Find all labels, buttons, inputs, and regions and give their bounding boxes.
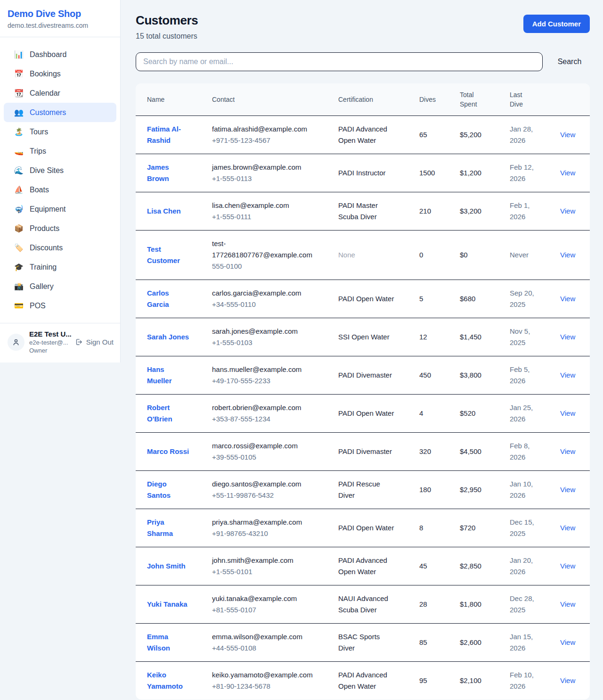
island-icon: 🏝️ <box>14 127 24 136</box>
view-customer-link[interactable]: View <box>560 638 575 646</box>
column-header-name: Name <box>136 83 204 116</box>
sidebar-item-dashboard[interactable]: 📊 Dashboard <box>4 45 116 64</box>
customer-name-link[interactable]: Marco Rossi <box>147 446 189 457</box>
view-customer-link[interactable]: View <box>560 600 575 608</box>
sidebar-item-pos[interactable]: 💳 POS <box>4 296 116 315</box>
sidebar-item-training[interactable]: 🎓 Training <box>4 257 116 277</box>
view-customer-link[interactable]: View <box>560 295 575 303</box>
customer-certification: PADI Open Water <box>338 522 394 534</box>
sign-out-label: Sign Out <box>86 338 114 346</box>
table-row: Lisa Chen lisa.chen@example.com +1-555-0… <box>136 192 590 231</box>
customer-last-dive: Nov 5, 2025 <box>510 326 540 348</box>
customer-dives: 95 <box>412 662 452 700</box>
avatar <box>8 334 24 351</box>
user-icon <box>12 338 20 346</box>
view-customer-link[interactable]: View <box>560 371 575 379</box>
sign-out-button[interactable]: Sign Out <box>75 338 114 346</box>
customer-name-link[interactable]: James Brown <box>147 162 190 184</box>
customer-dives: 320 <box>412 433 452 471</box>
customer-certification: PADI Master Scuba Diver <box>338 200 395 222</box>
sidebar-item-gallery[interactable]: 📸 Gallery <box>4 277 116 296</box>
customer-phone: 555-0100 <box>212 261 323 272</box>
package-icon: 📦 <box>14 224 24 233</box>
customer-phone: +1-555-0101 <box>212 566 323 577</box>
customer-name-link[interactable]: John Smith <box>147 560 186 572</box>
customer-name-link[interactable]: Hans Mueller <box>147 364 190 387</box>
customer-name-link[interactable]: Robert O'Brien <box>147 402 190 425</box>
customer-certification: NAUI Advanced Scuba Diver <box>338 593 395 616</box>
table-row: Priya Sharma priya.sharma@example.com +9… <box>136 509 590 547</box>
sidebar-item-calendar[interactable]: 📆 Calendar <box>4 83 116 103</box>
customer-name-link[interactable]: Sarah Jones <box>147 331 189 343</box>
customer-last-dive: Jan 28, 2026 <box>510 124 540 146</box>
table-row: John Smith john.smith@example.com +1-555… <box>136 547 590 585</box>
customer-phone: +353-87-555-1234 <box>212 413 323 425</box>
customer-name-link[interactable]: Test Customer <box>147 244 190 266</box>
sidebar-item-label: Trips <box>30 147 46 156</box>
sidebar-item-products[interactable]: 📦 Products <box>4 219 116 238</box>
page-title: Customers <box>136 13 198 28</box>
customer-name-link[interactable]: Lisa Chen <box>147 206 181 217</box>
sidebar-item-label: Calendar <box>30 89 60 98</box>
view-customer-link[interactable]: View <box>560 447 575 455</box>
sidebar-item-customers[interactable]: 👥 Customers <box>4 103 116 122</box>
sidebar-item-bookings[interactable]: 📅 Bookings <box>4 64 116 83</box>
customer-name-link[interactable]: Priya Sharma <box>147 517 190 539</box>
add-customer-button[interactable]: Add Customer <box>523 15 590 33</box>
customer-certification: PADI Open Water <box>338 293 394 305</box>
view-customer-link[interactable]: View <box>560 409 575 417</box>
view-customer-link[interactable]: View <box>560 169 575 177</box>
view-customer-link[interactable]: View <box>560 562 575 570</box>
search-input[interactable] <box>136 52 543 71</box>
customer-total-spent: $2,850 <box>452 547 502 585</box>
customer-name-link[interactable]: Diego Santos <box>147 478 190 501</box>
view-customer-link[interactable]: View <box>560 486 575 494</box>
sailboat-icon: ⛵ <box>14 185 24 194</box>
customer-last-dive: Dec 28, 2025 <box>510 593 540 616</box>
app-root: Demo Dive Shop demo.test.divestreams.com… <box>0 0 603 700</box>
view-customer-link[interactable]: View <box>560 524 575 532</box>
table-row: Hans Mueller hans.mueller@example.com +4… <box>136 356 590 395</box>
view-customer-link[interactable]: View <box>560 333 575 341</box>
view-customer-link[interactable]: View <box>560 131 575 139</box>
customer-phone: +1-555-0103 <box>212 337 323 348</box>
label-tag-icon: 🏷️ <box>14 243 24 252</box>
customer-total-spent: $2,950 <box>452 471 502 509</box>
view-customer-link[interactable]: View <box>560 251 575 259</box>
calendar-date-icon: 📅 <box>14 69 24 78</box>
customer-name-link[interactable]: Keiko Yamamoto <box>147 669 190 692</box>
view-customer-link[interactable]: View <box>560 207 575 215</box>
customer-name-link[interactable]: Fatima Al-Rashid <box>147 124 190 146</box>
search-button[interactable]: Search <box>549 54 590 70</box>
sidebar-item-tours[interactable]: 🏝️ Tours <box>4 122 116 141</box>
user-name: E2E Test U... <box>29 330 70 338</box>
customer-dives: 180 <box>412 471 452 509</box>
sidebar-item-trips[interactable]: 🚤 Trips <box>4 141 116 161</box>
customer-email: fatima.alrashid@example.com <box>212 124 315 135</box>
user-email: e2e-tester@... <box>29 339 70 346</box>
customer-total-spent: $5,200 <box>452 116 502 154</box>
customer-phone: +34-555-0110 <box>212 299 323 310</box>
customer-name-link[interactable]: Yuki Tanaka <box>147 599 187 610</box>
customer-total-spent: $720 <box>452 509 502 547</box>
sidebar-item-boats[interactable]: ⛵ Boats <box>4 180 116 199</box>
speedboat-icon: 🚤 <box>14 147 24 156</box>
sidebar-item-label: Gallery <box>30 282 54 291</box>
sidebar-item-label: Discounts <box>30 244 63 252</box>
customer-name-link[interactable]: Carlos Garcia <box>147 288 190 310</box>
customer-dives: 4 <box>412 395 452 433</box>
customer-name-link[interactable]: Emma Wilson <box>147 631 190 654</box>
sidebar-item-dive-sites[interactable]: 🌊 Dive Sites <box>4 161 116 180</box>
customer-dives: 450 <box>412 356 452 395</box>
customer-total-spent: $520 <box>452 395 502 433</box>
customer-phone: +81-555-0107 <box>212 604 323 616</box>
column-header-dives: Dives <box>412 83 452 116</box>
column-header-certification: Certification <box>331 83 412 116</box>
sidebar-item-equipment[interactable]: 🤿 Equipment <box>4 199 116 219</box>
user-role: Owner <box>29 347 70 354</box>
table-row: Yuki Tanaka yuki.tanaka@example.com +81-… <box>136 585 590 624</box>
customer-email: hans.mueller@example.com <box>212 364 315 375</box>
sidebar-item-discounts[interactable]: 🏷️ Discounts <box>4 238 116 257</box>
view-customer-link[interactable]: View <box>560 676 575 684</box>
sidebar-header: Demo Dive Shop demo.test.divestreams.com <box>0 0 120 37</box>
